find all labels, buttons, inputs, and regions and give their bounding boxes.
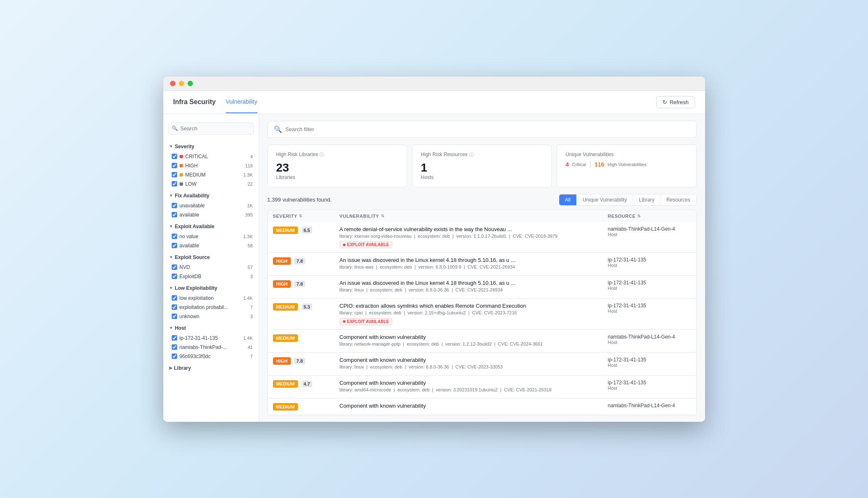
stat-libraries-title: High Risk Libraries ⓘ <box>276 152 398 158</box>
table-row[interactable]: MEDIUM Component with known vulnerabilit… <box>268 330 697 353</box>
checkbox-low-exploitation[interactable] <box>172 295 177 301</box>
th-vulnerability[interactable]: VULNERABILITY ⇅ <box>340 214 608 219</box>
filter-fix-title[interactable]: ▼ Fix Availability <box>163 190 259 201</box>
table-row[interactable]: MEDIUM Component with known vulnerabilit… <box>268 398 697 415</box>
filter-item-unavailable[interactable]: unavailable 1K <box>163 201 259 210</box>
filter-fix-availability: ▼ Fix Availability unavailable 1K a <box>163 190 259 219</box>
filter-severity-title[interactable]: ▼ Severity <box>163 141 259 152</box>
checkbox-available[interactable] <box>172 212 177 217</box>
filter-item-no-value[interactable]: no value 1.3K <box>163 232 259 241</box>
tab-vulnerability[interactable]: Vulnerability <box>226 91 258 113</box>
checkbox-exploitdb[interactable] <box>172 274 177 279</box>
checkbox-exploit-available[interactable] <box>172 243 177 248</box>
filter-item-exploit-available[interactable]: available 58 <box>163 241 259 250</box>
tab-unique-vulnerability[interactable]: Unique Vulnerability <box>577 194 633 205</box>
close-button[interactable] <box>170 81 175 86</box>
filter-exploit-source-title[interactable]: ▼ Exploit Source <box>163 252 259 263</box>
table-row[interactable]: HIGH 7.8 An issue was discovered in the … <box>268 276 697 299</box>
tab-resources[interactable]: Resources <box>660 194 696 205</box>
filter-severity: ▼ Severity CRITICAL 4 <box>163 141 259 189</box>
minimize-button[interactable] <box>179 81 184 86</box>
filter-fix-label: Fix Availability <box>175 193 209 199</box>
main-content: 🔍 High Risk Libraries ⓘ 23 Libraries <box>259 114 705 422</box>
table-row[interactable]: HIGH 7.8 Component with known vulnerabil… <box>268 353 697 376</box>
th-severity[interactable]: SEVERITY ⇅ <box>273 214 340 219</box>
stat-high-label: High Vulnerabilities <box>608 162 647 167</box>
filter-exploit-label: Exploit Available <box>175 224 214 229</box>
table-row[interactable]: MEDIUM 4.7 Component with known vulnerab… <box>268 376 697 398</box>
resource-cell: namlabs-ThinkPad-L14-Gen-4 Host <box>608 334 691 345</box>
severity-badge: MEDIUM <box>273 303 298 311</box>
filter-item-low-exploitation[interactable]: low exploitation 1.4K <box>163 294 259 303</box>
label-host2: namlabs-ThinkPad-... <box>180 344 227 350</box>
filter-item-medium[interactable]: MEDIUM 1.3K <box>163 170 259 179</box>
filter-low-exploit-title[interactable]: ▼ Low Exploitability <box>163 283 259 294</box>
filter-low-exploit-label: Low Exploitability <box>175 285 217 291</box>
checkbox-unavailable[interactable] <box>172 203 177 208</box>
sidebar-search-input[interactable] <box>168 122 254 134</box>
label-host3: 96c693c3f0dc <box>180 354 211 359</box>
filter-item-available[interactable]: available 395 <box>163 210 259 219</box>
refresh-label: Refresh <box>670 99 689 105</box>
label-critical: CRITICAL <box>185 154 208 159</box>
th-resource[interactable]: RESOURCE ⇅ <box>608 214 691 219</box>
filter-item-critical[interactable]: CRITICAL 4 <box>163 152 259 161</box>
table-row[interactable]: MEDIUM 5.3 CPIO: extraction allows symli… <box>268 299 697 330</box>
checkbox-host1[interactable] <box>172 335 177 341</box>
checkbox-host3[interactable] <box>172 354 177 359</box>
checkbox-critical[interactable] <box>172 154 177 159</box>
chevron-down-icon: ▼ <box>169 224 173 229</box>
checkbox-low[interactable] <box>172 181 177 187</box>
stat-card-libraries: High Risk Libraries ⓘ 23 Libraries <box>268 144 407 187</box>
checkbox-high[interactable] <box>172 163 177 168</box>
sidebar-search-icon: 🔍 <box>172 125 178 131</box>
filter-exploit-title[interactable]: ▼ Exploit Available <box>163 221 259 232</box>
vuln-title: Component with known vulnerability <box>340 357 608 363</box>
resource-cell: ip-172-31-41-135 Host <box>608 280 691 291</box>
table-header: SEVERITY ⇅ VULNERABILITY ⇅ RESOURCE ⇅ <box>268 210 697 222</box>
filter-item-high[interactable]: HIGH 116 <box>163 161 259 170</box>
cvss-score: 7.8 <box>294 258 305 264</box>
chevron-down-icon: ▼ <box>169 326 173 330</box>
tab-all[interactable]: All <box>559 194 577 205</box>
filter-item-host1[interactable]: ip-172-31-41-135 1.4K <box>163 334 259 343</box>
table-row[interactable]: HIGH 7.8 An issue was discovered in the … <box>268 253 697 276</box>
medium-dot <box>180 173 183 177</box>
checkbox-no-value[interactable] <box>172 234 177 239</box>
checkbox-medium[interactable] <box>172 172 177 177</box>
severity-cell: HIGH 7.8 <box>273 280 340 288</box>
filter-host-title[interactable]: ▼ Host <box>163 323 259 334</box>
filter-library: ▶ Library <box>163 363 259 374</box>
filter-library-title[interactable]: ▶ Library <box>163 363 259 374</box>
filter-exploit-source-label: Exploit Source <box>175 254 210 260</box>
resource-type: Host <box>608 386 691 391</box>
label-exploitdb: ExploitDB <box>180 274 202 279</box>
chevron-down-icon: ▼ <box>169 286 173 290</box>
filter-item-host3[interactable]: 96c693c3f0dc 7 <box>163 352 259 361</box>
filter-item-nvd[interactable]: NVD 57 <box>163 263 259 272</box>
filter-host: ▼ Host ip-172-31-41-135 1.4K namlab <box>163 323 259 361</box>
filter-item-unknown[interactable]: unknown 3 <box>163 312 259 321</box>
refresh-button[interactable]: ↻ Refresh <box>656 96 695 108</box>
count-no-value: 1.3K <box>243 234 253 239</box>
maximize-button[interactable] <box>188 81 193 86</box>
chevron-down-icon: ▼ <box>169 144 173 149</box>
count-nvd: 57 <box>248 265 253 270</box>
global-search-icon: 🔍 <box>274 125 282 133</box>
severity-cell: MEDIUM <box>273 334 340 342</box>
high-dot <box>180 164 183 167</box>
global-search-input[interactable] <box>285 126 690 132</box>
filter-item-exploit-prob[interactable]: exploitation probabil... 7 <box>163 303 259 312</box>
label-host1: ip-172-31-41-135 <box>180 335 218 341</box>
checkbox-unknown[interactable] <box>172 314 177 319</box>
checkbox-host2[interactable] <box>172 344 177 350</box>
checkbox-exploit-prob[interactable] <box>172 304 177 310</box>
nav-left: Infra Security Vulnerability <box>173 91 258 113</box>
resource-name: namlabs-ThinkPad-L14-Gen-4 <box>608 334 691 340</box>
filter-item-exploitdb[interactable]: ExploitDB 3 <box>163 272 259 281</box>
checkbox-nvd[interactable] <box>172 264 177 270</box>
table-row[interactable]: MEDIUM 6.5 A remote denial-of-service vu… <box>268 222 697 253</box>
filter-item-low[interactable]: LOW 22 <box>163 179 259 189</box>
tab-library[interactable]: Library <box>633 194 660 205</box>
filter-item-host2[interactable]: namlabs-ThinkPad-... 41 <box>163 343 259 352</box>
